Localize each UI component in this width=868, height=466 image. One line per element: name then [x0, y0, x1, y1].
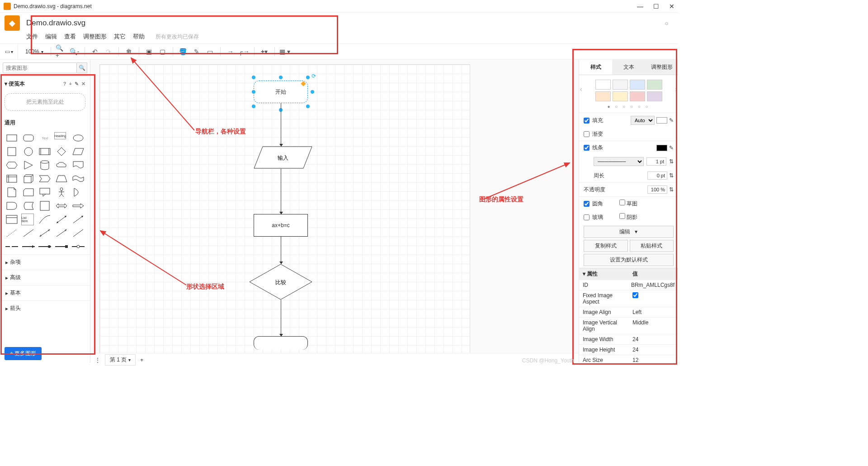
to-front-icon[interactable]: ▣: [144, 46, 155, 57]
shape-hexagon[interactable]: [5, 159, 19, 171]
line-color-chip[interactable]: [656, 145, 667, 151]
table-row[interactable]: Image Vertical AlignMiddle: [579, 317, 678, 334]
shape-square[interactable]: [5, 146, 19, 157]
theme-icon[interactable]: ☼: [664, 20, 669, 26]
shape-circle[interactable]: [21, 146, 36, 157]
node-end[interactable]: [254, 336, 308, 350]
perimeter-input[interactable]: 0 pt: [647, 171, 667, 180]
node-decision[interactable]: 比较: [249, 264, 312, 300]
delete-icon[interactable]: 🗑: [123, 46, 134, 57]
shape-triangle[interactable]: [21, 159, 36, 171]
shape-arrow[interactable]: [71, 200, 85, 212]
scratchpad-header[interactable]: ▾ 便笺本 ? + ✎ ✕: [0, 76, 90, 91]
selection-handle[interactable]: [252, 105, 255, 108]
shape-actor[interactable]: [54, 186, 69, 198]
shape-bidir-arrow[interactable]: [54, 200, 69, 212]
shape-bidir-line[interactable]: [54, 214, 69, 225]
table-row[interactable]: Image Width24: [579, 334, 678, 344]
close-icon[interactable]: ✕: [669, 3, 675, 10]
fill-color-chip[interactable]: [656, 117, 667, 124]
shape-parallelogram[interactable]: [71, 146, 85, 157]
stepper-icon[interactable]: ⇅: [669, 172, 674, 179]
shape-container[interactable]: [38, 200, 52, 212]
menu-arrange[interactable]: 调整图形: [83, 33, 107, 41]
menu-help[interactable]: 帮助: [133, 33, 145, 41]
shape-ellipse[interactable]: [71, 132, 85, 144]
style-swatch[interactable]: [595, 91, 611, 101]
tab-text[interactable]: 文本: [612, 60, 645, 75]
line-checkbox[interactable]: [584, 145, 590, 151]
line-style-select[interactable]: ────────: [594, 157, 644, 166]
shape-plain-line[interactable]: [71, 227, 85, 239]
shape-and[interactable]: [5, 200, 19, 212]
general-header[interactable]: 通用: [0, 115, 90, 130]
shape-curve[interactable]: [38, 214, 52, 225]
opacity-input[interactable]: 100 %: [647, 185, 667, 194]
waypoint-icon[interactable]: ┌→: [239, 46, 250, 57]
search-input[interactable]: [3, 62, 77, 73]
shape-or[interactable]: [71, 186, 85, 198]
fixed-aspect-checkbox[interactable]: [632, 292, 638, 298]
insert-icon[interactable]: + ▾: [259, 46, 270, 57]
shape-line[interactable]: [21, 227, 36, 239]
line-width-input[interactable]: 1 pt: [646, 157, 666, 166]
connector[interactable]: [281, 103, 281, 146]
line-eyedrop-icon[interactable]: ✎: [669, 145, 674, 151]
selection-handle[interactable]: [306, 76, 310, 79]
shadow-checkbox[interactable]: [619, 213, 625, 219]
prev-styles-icon[interactable]: ‹: [579, 86, 583, 93]
shape-internal-storage[interactable]: [5, 173, 19, 185]
shape-list[interactable]: [5, 214, 19, 225]
gradient-checkbox[interactable]: [584, 131, 590, 137]
node-input[interactable]: 输入: [254, 146, 312, 169]
style-swatch[interactable]: [613, 80, 628, 90]
style-swatch[interactable]: [595, 80, 611, 90]
style-swatch[interactable]: [613, 91, 628, 101]
shape-link2[interactable]: [21, 241, 36, 252]
shape-dir-thin[interactable]: [54, 227, 69, 239]
panel-toggle-button[interactable]: ▭ ▾: [0, 44, 18, 59]
sketch-checkbox[interactable]: [619, 200, 625, 205]
selection-handle[interactable]: [252, 90, 255, 94]
shape-data-storage[interactable]: [21, 200, 36, 212]
shape-step[interactable]: [38, 173, 52, 185]
paste-style-button[interactable]: 粘贴样式: [630, 240, 674, 252]
zoom-dropdown[interactable]: 100% ▾: [23, 48, 46, 55]
shadow-icon[interactable]: ▭: [205, 46, 216, 57]
selection-handle[interactable]: [252, 76, 255, 79]
table-row[interactable]: Arc Size12: [579, 355, 678, 365]
node-start[interactable]: 开始: [254, 81, 308, 103]
maximize-icon[interactable]: ☐: [653, 3, 659, 10]
scratchpad-edit-icon[interactable]: ✎: [75, 81, 79, 87]
shape-cylinder[interactable]: [38, 159, 52, 171]
menu-file[interactable]: 文件: [26, 33, 38, 41]
edit-style-button[interactable]: 编辑 ▾: [584, 226, 674, 238]
scratchpad-dropzone[interactable]: 把元素拖至此处: [5, 93, 85, 111]
next-styles-icon[interactable]: ›: [674, 86, 678, 93]
fill-color-icon[interactable]: 🪣: [178, 46, 189, 57]
shape-tape[interactable]: [71, 173, 85, 185]
shape-callout[interactable]: [38, 186, 52, 198]
scratchpad-help-icon[interactable]: ?: [63, 81, 66, 87]
shape-card[interactable]: [21, 186, 36, 198]
page-tab[interactable]: 第 1 页 ▾: [105, 354, 136, 366]
fill-eyedrop-icon[interactable]: ✎: [669, 117, 674, 124]
add-page-icon[interactable]: +: [140, 357, 143, 363]
menu-extras[interactable]: 其它: [114, 33, 126, 41]
undo-icon[interactable]: ↶: [90, 46, 100, 57]
minimize-icon[interactable]: —: [637, 3, 643, 10]
connector[interactable]: [281, 169, 281, 214]
shape-note[interactable]: [5, 186, 19, 198]
shape-bidir-thin[interactable]: [38, 227, 52, 239]
category-advanced[interactable]: ▸ 高级: [0, 270, 90, 285]
file-name[interactable]: Demo.drawio.svg: [26, 19, 85, 28]
stepper-icon[interactable]: ⇅: [669, 158, 674, 165]
redo-icon[interactable]: ↷: [103, 46, 114, 57]
table-row[interactable]: IDBRm_AMLLCgs8f: [579, 280, 678, 290]
shape-link1[interactable]: [5, 241, 19, 252]
to-back-icon[interactable]: ▢: [157, 46, 168, 57]
shape-rounded-rect[interactable]: [21, 132, 36, 144]
shape-rect[interactable]: [5, 132, 19, 144]
table-row[interactable]: Fixed Image Aspect: [579, 290, 678, 307]
connector[interactable]: [281, 237, 281, 264]
